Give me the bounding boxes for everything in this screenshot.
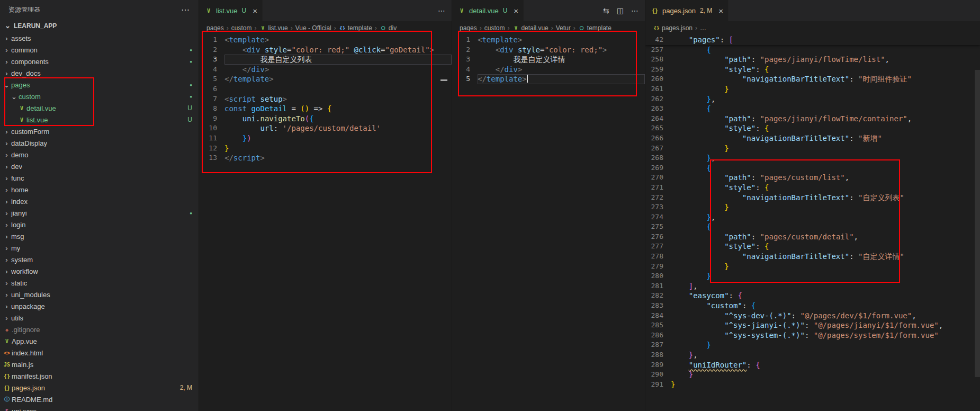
close-icon[interactable]: × (253, 6, 257, 15)
breadcrumb-item[interactable]: {}template (339, 24, 372, 32)
tree-folder-func[interactable]: ›func (0, 172, 199, 184)
tree-folder-dev_docs[interactable]: ›dev_docs (0, 67, 199, 79)
more-icon[interactable]: ⋯ (631, 6, 639, 15)
line-number: 288 (645, 350, 671, 360)
tree-folder-assets[interactable]: ›assets (0, 32, 199, 44)
changes-dot-badge: ● (185, 94, 192, 99)
tree-folder-uni_modules[interactable]: ›uni_modules (0, 289, 199, 300)
compare-icon[interactable]: ⇆ (603, 6, 609, 15)
tree-folder-common[interactable]: ›common● (0, 44, 199, 56)
tree-folder-workflow[interactable]: ›workflow (0, 265, 199, 277)
tree-folder-custom[interactable]: ⌄custom● (0, 91, 199, 102)
more-actions-icon[interactable]: ⋯ (181, 5, 190, 15)
tree-file-index.html[interactable]: <>index.html (0, 347, 199, 359)
breadcrumb-item[interactable]: ⬡template (578, 24, 612, 32)
tree-file-list.vue[interactable]: Vlist.vueU (0, 114, 199, 126)
tree-file-uni.scss[interactable]: Suni.scss (0, 405, 199, 411)
tree-folder-unpackage[interactable]: ›unpackage (0, 300, 199, 312)
breadcrumb-item[interactable]: Vetur (556, 24, 571, 32)
tree-folder-components[interactable]: ›components● (0, 56, 199, 67)
line-content: "navigationBarTitleText": "自定义详情" (671, 252, 980, 262)
tab-bar: V detail.vue U × ⇆◫⋯ (452, 0, 645, 21)
line-content: </script> (224, 153, 452, 163)
breadcrumb-label: template (348, 24, 372, 32)
code-editor-pages-json[interactable]: 42 "pages": [257 {258 "path": "pages/jia… (645, 35, 980, 411)
tree-item-label: utils (11, 314, 23, 322)
line-content: "^sys-dev-(.*)": "@/pages/dev/$1/form.vu… (671, 311, 980, 321)
tree-folder-customForm[interactable]: ›customForm (0, 126, 199, 137)
line-content: uni.navigateTo({ (224, 114, 452, 124)
tab-pages-json[interactable]: {} pages.json 2, M × (645, 0, 729, 21)
breadcrumb-separator: › (480, 24, 482, 32)
close-icon[interactable]: × (514, 6, 518, 15)
code-line-10: 10 url: '/pages/custom/detail' (199, 123, 452, 133)
tree-item-label: App.vue (12, 337, 37, 345)
tree-item-label: README.md (12, 396, 52, 404)
line-content: "pages": [ (671, 35, 980, 45)
code-line-8: 8const goDetail = () => { (199, 104, 452, 114)
tree-file-pages.json[interactable]: {}pages.json2, M (0, 382, 199, 394)
breadcrumb-item[interactable]: pages (460, 24, 477, 32)
changes-dot-badge: ● (185, 83, 192, 87)
tree-file-README.md[interactable]: ⓘREADME.md (0, 394, 199, 405)
tree-folder-msg[interactable]: ›msg (0, 230, 199, 242)
tree-folder-index[interactable]: ›index (0, 195, 199, 207)
tree-folder-static[interactable]: ›static (0, 277, 199, 289)
line-number: 1 (452, 35, 478, 45)
tree-folder-login[interactable]: ›login (0, 219, 199, 230)
breadcrumb-item[interactable]: custom (231, 24, 252, 32)
md-icon: ⓘ (2, 396, 12, 403)
tab-list-vue[interactable]: V list.vue U × (199, 0, 263, 21)
more-icon[interactable]: ⋯ (438, 6, 445, 15)
scrollbar[interactable] (975, 70, 980, 377)
tree-folder-home[interactable]: ›home (0, 184, 199, 195)
breadcrumb-item[interactable]: pages (206, 24, 224, 32)
line-number: 275 (645, 222, 671, 232)
chevron-right-icon: › (2, 233, 11, 240)
code-line-286: 286 "^sys-system-(.*)": "@/pages/system/… (645, 330, 980, 341)
tree-file-main.js[interactable]: JSmain.js (0, 359, 199, 370)
breadcrumb-item[interactable]: ⬡div (380, 24, 397, 32)
vue-icon: V (17, 105, 26, 111)
breadcrumb-item[interactable]: Vue - Official (295, 24, 331, 32)
explorer-root-folder[interactable]: ⌄ LEARUN_APP (0, 19, 199, 32)
breadcrumb-separator: › (291, 24, 293, 32)
tree-file-.gitignore[interactable]: ◆.gitignore (0, 324, 199, 335)
tree-file-manifest.json[interactable]: {}manifest.json (0, 370, 199, 382)
tree-folder-system[interactable]: ›system (0, 254, 199, 265)
tree-folder-dev[interactable]: ›dev (0, 160, 199, 172)
tree-file-App.vue[interactable]: VApp.vue (0, 335, 199, 347)
line-number: 290 (645, 370, 671, 380)
breadcrumb-item[interactable]: custom (484, 24, 505, 32)
tab-detail-vue[interactable]: V detail.vue U × (452, 0, 524, 21)
code-editor-detail-vue[interactable]: 1<template>2 <div style="color: red;">3 … (452, 35, 645, 411)
line-number: 278 (645, 252, 671, 262)
line-content: "path": "pages/jianyi/flowTime/list", (671, 55, 980, 65)
line-number: 259 (645, 65, 671, 75)
tree-folder-jianyi[interactable]: ›jianyi● (0, 207, 199, 219)
tree-folder-utils[interactable]: ›utils (0, 312, 199, 324)
breadcrumb-item[interactable]: {}pages.json (653, 24, 693, 32)
line-content: "navigationBarTitleText": "时间组件验证" (671, 74, 980, 84)
line-content: } (671, 380, 980, 390)
close-icon[interactable]: × (718, 6, 723, 15)
line-number: 267 (645, 144, 671, 154)
vue-icon: V (512, 25, 519, 31)
line-number: 286 (645, 330, 671, 341)
tree-file-detail.vue[interactable]: Vdetail.vueU (0, 102, 199, 114)
tree-folder-dataDisplay[interactable]: ›dataDisplay (0, 137, 199, 149)
line-content: } (671, 144, 980, 154)
code-line-5: 5</template> (452, 74, 645, 84)
split-icon[interactable]: ◫ (617, 6, 624, 15)
code-editor-list-vue[interactable]: 1<template>2 <div style="color: red;" @c… (199, 35, 452, 411)
tree-folder-pages[interactable]: ⌄pages● (0, 79, 199, 91)
breadcrumb-item[interactable]: … (700, 24, 706, 32)
breadcrumb-item[interactable]: Vdetail.vue (512, 24, 548, 32)
changes-dot-badge: ● (185, 211, 192, 216)
tree-folder-demo[interactable]: ›demo (0, 149, 199, 160)
line-content: "path": "pages/custom/list", (671, 173, 980, 183)
line-content: } (671, 271, 980, 281)
tree-folder-my[interactable]: ›my (0, 242, 199, 254)
breadcrumb-item[interactable]: Vlist.vue (259, 24, 287, 32)
line-content: { (671, 104, 980, 114)
